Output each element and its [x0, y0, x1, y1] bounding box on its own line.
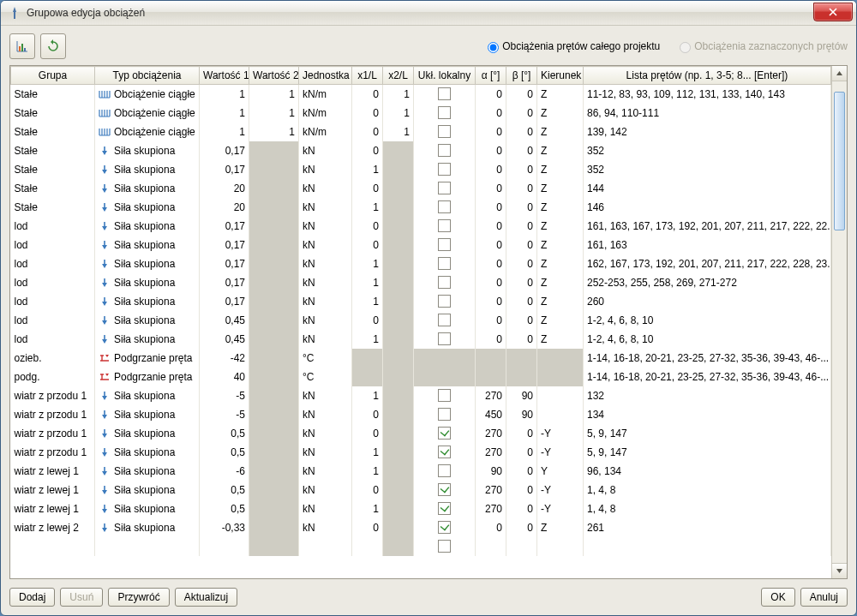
cell-ukl[interactable] [414, 141, 476, 160]
cell-w2[interactable] [249, 273, 299, 292]
cell-w1[interactable]: 0,5 [200, 499, 249, 518]
cell-grupa[interactable]: wiatr z przodu 1 [11, 424, 95, 443]
checkbox-icon[interactable] [438, 257, 451, 270]
cell-kier[interactable]: -Y [537, 481, 584, 499]
cell-lista[interactable]: 260 [584, 292, 831, 311]
cell-x1[interactable]: 1 [352, 198, 383, 217]
cell-typ[interactable]: Siła skupiona [95, 273, 200, 292]
table-row[interactable]: StałeSiła skupiona0,17kN000Z352 [11, 141, 831, 160]
cell-alpha[interactable] [476, 368, 506, 386]
cell-x2[interactable] [383, 405, 414, 424]
cell-lista[interactable]: 86, 94, 110-111 [584, 104, 831, 123]
cell-x1[interactable]: 0 [352, 481, 383, 499]
cell-lista[interactable]: 161, 163, 167, 173, 192, 201, 207, 211, … [584, 217, 831, 236]
cell-x2[interactable]: 1 [383, 104, 414, 123]
checkbox-icon[interactable] [438, 464, 451, 477]
cell-w1[interactable]: 0,45 [200, 330, 249, 349]
cell-x2[interactable] [383, 311, 414, 330]
table-row[interactable]: wiatr z przodu 1Siła skupiona-5kN0450901… [11, 405, 831, 424]
cell-x1[interactable]: 0 [352, 311, 383, 330]
cell-kier[interactable]: -Y [537, 424, 584, 443]
cell-w2[interactable] [249, 349, 299, 368]
table-row[interactable]: wiatr z przodu 1Siła skupiona0,5kN12700-… [11, 443, 831, 462]
cell-unit[interactable]: kN/m [299, 123, 352, 141]
cell-ukl[interactable] [414, 123, 476, 141]
checkbox-icon[interactable] [438, 125, 451, 138]
checkbox-icon[interactable] [438, 502, 451, 515]
checkbox-icon[interactable] [438, 427, 451, 440]
cell-x2[interactable] [383, 273, 414, 292]
cell-typ[interactable]: Siła skupiona [95, 481, 200, 499]
cell-w2[interactable] [249, 311, 299, 330]
cell-typ[interactable]: Siła skupiona [95, 462, 200, 481]
col-jednostka[interactable]: Jednostka [299, 67, 352, 85]
cell-w1[interactable]: 20 [200, 198, 249, 217]
cell-alpha[interactable]: 90 [476, 462, 506, 481]
cell-beta[interactable]: 0 [506, 179, 537, 198]
cell-unit[interactable]: kN [299, 254, 352, 273]
cell-beta[interactable]: 0 [506, 85, 537, 104]
cell-ukl[interactable] [414, 160, 476, 179]
table-row[interactable] [11, 537, 831, 556]
cell-kier[interactable]: Z [537, 123, 584, 141]
cell-unit[interactable]: kN [299, 292, 352, 311]
cell-lista[interactable]: 5, 9, 147 [584, 443, 831, 462]
cell-typ[interactable]: Siła skupiona [95, 160, 200, 179]
update-button[interactable]: Aktualizuj [175, 588, 237, 607]
cell-x2[interactable] [383, 198, 414, 217]
checkbox-icon[interactable] [438, 182, 451, 194]
cell-beta[interactable]: 0 [506, 481, 537, 499]
cell-grupa[interactable]: Stałe [11, 85, 95, 104]
cell-grupa[interactable]: Stałe [11, 160, 95, 179]
cell-x1[interactable]: 0 [352, 104, 383, 123]
cell-alpha[interactable]: 0 [476, 330, 506, 349]
cell-grupa[interactable]: wiatr z lewej 1 [11, 481, 95, 499]
cell-alpha[interactable]: 450 [476, 405, 506, 424]
cell-grupa[interactable]: wiatr z lewej 1 [11, 462, 95, 481]
cell-w1[interactable]: 0,5 [200, 424, 249, 443]
cell-kier[interactable]: Z [537, 292, 584, 311]
cell-ukl[interactable] [414, 330, 476, 349]
cell-grupa[interactable]: lod [11, 217, 95, 236]
cell-w2[interactable] [249, 217, 299, 236]
cell-w1[interactable]: -6 [200, 462, 249, 481]
cell-x2[interactable] [383, 330, 414, 349]
cell-unit[interactable]: kN [299, 179, 352, 198]
cell-beta[interactable]: 0 [506, 198, 537, 217]
table-row[interactable]: StałeSiła skupiona0,17kN100Z352 [11, 160, 831, 179]
checkbox-icon[interactable] [438, 144, 451, 157]
table-row[interactable]: wiatr z lewej 1Siła skupiona0,5kN12700-Y… [11, 499, 831, 518]
cell-ukl[interactable] [414, 424, 476, 443]
checkbox-icon[interactable] [438, 163, 451, 176]
cell-grupa[interactable]: Stałe [11, 179, 95, 198]
table-row[interactable]: lodSiła skupiona0,45kN100Z1-2, 4, 6, 8, … [11, 330, 831, 349]
cell-kier[interactable]: Y [537, 462, 584, 481]
checkbox-icon[interactable] [438, 521, 451, 534]
cell-ukl[interactable] [414, 179, 476, 198]
cell-x2[interactable] [383, 443, 414, 462]
cell-grupa[interactable]: lod [11, 254, 95, 273]
cell-w2[interactable] [249, 424, 299, 443]
cell-x2[interactable] [383, 254, 414, 273]
cell-kier[interactable] [537, 368, 584, 386]
cell-unit[interactable]: kN [299, 141, 352, 160]
cell-x2[interactable]: 1 [383, 123, 414, 141]
cell-ukl[interactable] [414, 518, 476, 537]
cell-lista[interactable]: 162, 167, 173, 192, 201, 207, 211, 217, … [584, 254, 831, 273]
cell-x2[interactable] [383, 160, 414, 179]
cell-unit[interactable]: kN [299, 160, 352, 179]
cell-w2[interactable] [249, 368, 299, 386]
cell-typ[interactable]: Siła skupiona [95, 405, 200, 424]
cell-w1[interactable]: -0,33 [200, 518, 249, 537]
cell-ukl[interactable] [414, 85, 476, 104]
ok-button[interactable]: OK [761, 588, 794, 607]
cell-x2[interactable] [383, 236, 414, 254]
checkbox-icon[interactable] [438, 446, 451, 458]
cell-unit[interactable]: kN [299, 405, 352, 424]
cell-alpha[interactable]: 0 [476, 104, 506, 123]
cell-x2[interactable] [383, 499, 414, 518]
cell-kier[interactable]: Z [537, 198, 584, 217]
cell-typ[interactable]: Siła skupiona [95, 141, 200, 160]
cell-typ[interactable]: Obciążenie ciągłe [95, 104, 200, 123]
cell-w2[interactable] [249, 292, 299, 311]
